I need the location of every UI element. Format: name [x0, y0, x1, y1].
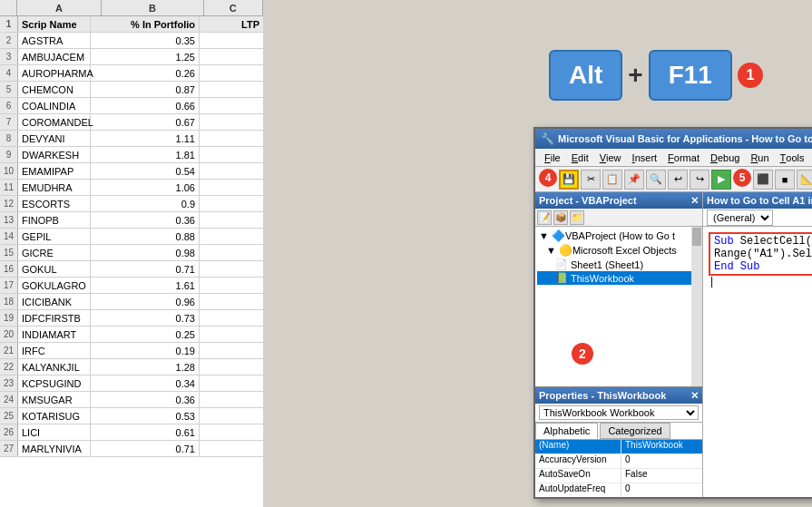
- props-row[interactable]: (Name) ThisWorkbook: [535, 440, 702, 454]
- project-close-btn[interactable]: ✕: [690, 195, 699, 207]
- cell-pct[interactable]: 0.34: [91, 375, 200, 391]
- cell-pct[interactable]: 0.53: [91, 408, 200, 424]
- menu-run[interactable]: Run: [745, 149, 774, 166]
- code-general-select[interactable]: (General): [707, 210, 773, 226]
- toolbar-run-btn[interactable]: ▶: [711, 170, 731, 190]
- toolbar-paste-btn[interactable]: 📌: [624, 170, 644, 190]
- cell-pct[interactable]: 0.67: [91, 114, 200, 130]
- cell-pct[interactable]: 1.61: [91, 278, 200, 293]
- cell-ltp[interactable]: [200, 229, 263, 244]
- view-code-btn[interactable]: 📝: [537, 210, 552, 225]
- cell-scrip-name[interactable]: DEVYANI: [18, 131, 91, 146]
- tree-thisworkbook[interactable]: 📗 ThisWorkbook: [537, 271, 700, 285]
- cell-ltp[interactable]: [200, 392, 263, 407]
- props-tab-alphabetic[interactable]: Alphabetic: [535, 423, 598, 439]
- col-header-c[interactable]: C: [204, 0, 263, 15]
- cell-ltp[interactable]: [200, 180, 263, 195]
- toolbar-break-btn[interactable]: ⬛: [753, 170, 773, 190]
- cell-pct[interactable]: 0.73: [91, 310, 200, 326]
- cell-ltp[interactable]: [200, 163, 263, 179]
- cell-pct[interactable]: 0.88: [91, 229, 200, 244]
- cell-ltp[interactable]: [200, 294, 263, 309]
- toolbar-copy-btn[interactable]: 📋: [602, 170, 622, 190]
- toolbar-cut-btn[interactable]: ✂: [581, 170, 601, 190]
- cell-scrip-name[interactable]: EMUDHRA: [18, 180, 91, 195]
- cell-pct[interactable]: 1.81: [91, 147, 200, 162]
- cell-ltp[interactable]: [200, 212, 263, 228]
- cell-pct[interactable]: 0.98: [91, 245, 200, 260]
- cell-scrip-name[interactable]: IRFC: [18, 343, 91, 358]
- cell-ltp[interactable]: [200, 408, 263, 424]
- cell-scrip-name[interactable]: IDFCFIRSTB: [18, 310, 91, 326]
- cell-scrip-name[interactable]: DWARKESH: [18, 147, 91, 162]
- toolbar-undo-btn[interactable]: ↩: [668, 170, 688, 190]
- tree-sheet1[interactable]: 📄 Sheet1 (Sheet1): [537, 258, 700, 271]
- menu-insert[interactable]: Insert: [627, 149, 663, 166]
- cell-scrip-name[interactable]: KMSUGAR: [18, 392, 91, 407]
- cell-pct[interactable]: 0.19: [91, 343, 200, 358]
- cell-ltp[interactable]: [200, 82, 263, 97]
- menu-debug[interactable]: Debug: [705, 149, 745, 166]
- cell-pct[interactable]: 0.26: [91, 65, 200, 81]
- toolbar-find-btn[interactable]: 🔍: [646, 170, 666, 190]
- cell-ltp[interactable]: [200, 49, 263, 64]
- tree-excel-objects[interactable]: ▼ 🟡 Microsoft Excel Objects: [537, 243, 700, 258]
- cell-ltp[interactable]: [200, 441, 263, 456]
- cell-ltp[interactable]: [200, 98, 263, 113]
- cell-scrip-name[interactable]: LICI: [18, 424, 91, 440]
- cell-ltp[interactable]: [200, 131, 263, 146]
- cell-scrip-name[interactable]: GICRE: [18, 245, 91, 260]
- cell-scrip-name[interactable]: KCPSUGIND: [18, 375, 91, 391]
- menu-format[interactable]: Format: [662, 149, 705, 166]
- cell-ltp[interactable]: [200, 261, 263, 277]
- cell-scrip-name[interactable]: MARLYNIVIA: [18, 441, 91, 456]
- cell-pct[interactable]: 0.36: [91, 212, 200, 228]
- cell-scrip-name[interactable]: GOKULAGRO: [18, 278, 91, 293]
- cell-pct[interactable]: 0.61: [91, 424, 200, 440]
- cell-pct[interactable]: 0.54: [91, 163, 200, 179]
- cell-scrip-name[interactable]: KALYANKJIL: [18, 359, 91, 375]
- cell-ltp[interactable]: [200, 424, 263, 440]
- cell-scrip-name[interactable]: KOTARISUG: [18, 408, 91, 424]
- cell-pct[interactable]: 1.11: [91, 131, 200, 146]
- cell-scrip-name[interactable]: FINOPB: [18, 212, 91, 228]
- cell-ltp[interactable]: [200, 327, 263, 342]
- cell-pct[interactable]: 0.9: [91, 196, 200, 211]
- toolbar-design-btn[interactable]: 📐: [797, 170, 812, 190]
- menu-view[interactable]: View: [594, 149, 627, 166]
- cell-pct[interactable]: 0.25: [91, 327, 200, 342]
- cell-scrip-name[interactable]: ESCORTS: [18, 196, 91, 211]
- cell-pct[interactable]: 0.35: [91, 33, 200, 48]
- cell-ltp[interactable]: [200, 245, 263, 260]
- header-scrip-name[interactable]: Scrip Name: [18, 16, 91, 32]
- cell-pct[interactable]: 0.96: [91, 294, 200, 309]
- cell-ltp[interactable]: [200, 375, 263, 391]
- cell-scrip-name[interactable]: AGSTRA: [18, 33, 91, 48]
- cell-ltp[interactable]: [200, 343, 263, 358]
- header-pct-portfolio[interactable]: % In Portfolio: [91, 16, 200, 32]
- properties-close-btn[interactable]: ✕: [690, 390, 699, 402]
- cell-pct[interactable]: 0.71: [91, 441, 200, 456]
- cell-pct[interactable]: 0.66: [91, 98, 200, 113]
- cell-pct[interactable]: 1.28: [91, 359, 200, 375]
- cell-scrip-name[interactable]: CHEMCON: [18, 82, 91, 97]
- cell-pct[interactable]: 1.25: [91, 49, 200, 64]
- toggle-folders-btn[interactable]: 📁: [570, 210, 584, 225]
- cell-ltp[interactable]: [200, 359, 263, 375]
- cell-ltp[interactable]: [200, 310, 263, 326]
- code-editor-area[interactable]: Sub SelectCell() Range("A1").Select End …: [703, 227, 812, 497]
- cell-pct[interactable]: 0.87: [91, 82, 200, 97]
- properties-object-select[interactable]: ThisWorkbook Workbook: [539, 405, 699, 420]
- cell-scrip-name[interactable]: GEPIL: [18, 229, 91, 244]
- cell-scrip-name[interactable]: COALINDIA: [18, 98, 91, 113]
- toolbar-redo-btn[interactable]: ↪: [690, 170, 709, 190]
- props-row[interactable]: AutoUpdateFreq 0: [535, 483, 702, 497]
- cell-ltp[interactable]: [200, 33, 263, 48]
- props-row[interactable]: AutoSaveOn False: [535, 469, 702, 483]
- cell-pct[interactable]: 0.71: [91, 261, 200, 277]
- cell-scrip-name[interactable]: EMAMIPAP: [18, 163, 91, 179]
- menu-tools[interactable]: Tools: [775, 149, 810, 166]
- cell-scrip-name[interactable]: COROMANDEL: [18, 114, 91, 130]
- cell-scrip-name[interactable]: AMBUJACEM: [18, 49, 91, 64]
- cell-scrip-name[interactable]: AUROPHARMA: [18, 65, 91, 81]
